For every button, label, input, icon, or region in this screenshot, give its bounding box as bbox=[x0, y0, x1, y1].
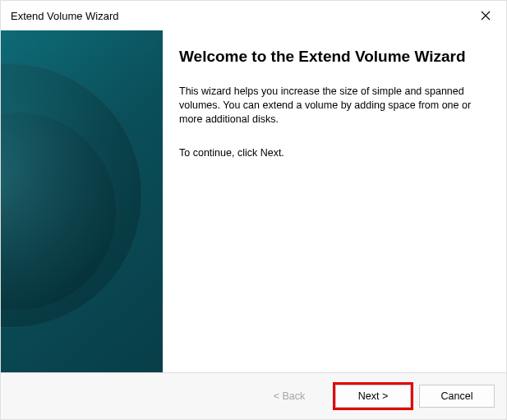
continue-hint: To continue, click Next. bbox=[179, 147, 482, 159]
back-button: < Back bbox=[251, 385, 327, 408]
button-footer: < Back Next > Cancel bbox=[1, 373, 506, 419]
next-button[interactable]: Next > bbox=[335, 385, 411, 408]
wizard-window: Extend Volume Wizard Welcome to the Exte… bbox=[0, 0, 507, 420]
page-heading: Welcome to the Extend Volume Wizard bbox=[179, 47, 482, 67]
wizard-description: This wizard helps you increase the size … bbox=[179, 85, 475, 127]
window-title: Extend Volume Wizard bbox=[11, 10, 119, 22]
close-icon bbox=[481, 11, 491, 21]
close-button[interactable] bbox=[467, 2, 505, 29]
wizard-banner-image bbox=[1, 30, 163, 372]
main-panel: Welcome to the Extend Volume Wizard This… bbox=[163, 30, 506, 372]
content-area: Welcome to the Extend Volume Wizard This… bbox=[1, 30, 506, 373]
titlebar: Extend Volume Wizard bbox=[1, 1, 506, 30]
cancel-button[interactable]: Cancel bbox=[419, 385, 495, 408]
